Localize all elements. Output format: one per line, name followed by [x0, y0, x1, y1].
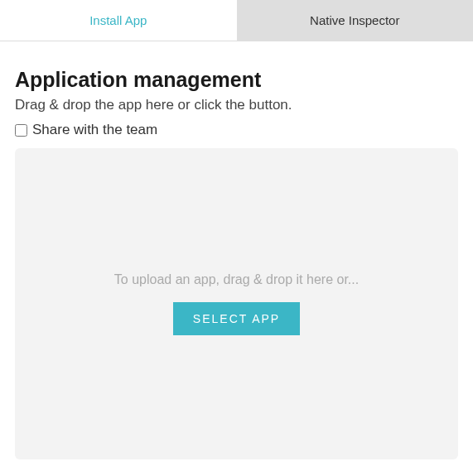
share-checkbox[interactable]: [15, 124, 27, 137]
tabs: Install App Native Inspector: [0, 0, 473, 41]
share-label[interactable]: Share with the team: [32, 122, 157, 138]
dropzone[interactable]: To upload an app, drag & drop it here or…: [15, 148, 458, 459]
tab-native-inspector[interactable]: Native Inspector: [237, 0, 474, 41]
select-app-button[interactable]: SELECT APP: [173, 302, 300, 335]
tab-install-app[interactable]: Install App: [0, 0, 237, 41]
share-row: Share with the team: [15, 122, 458, 138]
content-area: Application management Drag & drop the a…: [0, 41, 473, 474]
dropzone-text: To upload an app, drag & drop it here or…: [114, 272, 359, 287]
page-subtitle: Drag & drop the app here or click the bu…: [15, 97, 458, 113]
page-title: Application management: [15, 68, 458, 92]
